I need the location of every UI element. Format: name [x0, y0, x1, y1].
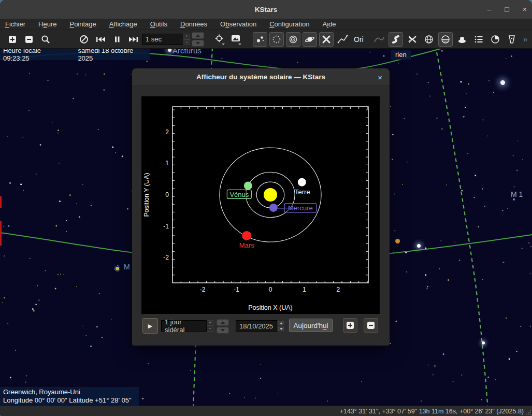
zoom-in-icon — [347, 322, 354, 329]
dialog-zoom-out-button[interactable] — [364, 318, 378, 333]
window-titlebar[interactable]: KStars – □ × — [0, 0, 532, 19]
solar-system-plot-panel[interactable]: -2-1012-2-1012Position X (UA)Position Y … — [141, 96, 380, 314]
body-Mercure — [269, 204, 278, 212]
label-Vénus: Vénus — [229, 191, 249, 198]
toggle-planets-button[interactable] — [303, 32, 317, 47]
menu-item-fichier[interactable]: Fichier — [5, 20, 25, 28]
toolbar-overflow[interactable]: » — [523, 35, 527, 44]
mini-plus-button[interactable]: + — [207, 320, 213, 326]
zoom-out-button[interactable] — [22, 32, 36, 47]
toggle-horizon-button[interactable] — [438, 32, 453, 47]
play-button[interactable]: ▶ — [142, 318, 158, 334]
menu-item-pointage[interactable]: Pointage — [69, 20, 96, 28]
svg-text:-1: -1 — [163, 223, 169, 230]
toggle-equatorial-grid-button[interactable] — [405, 32, 420, 47]
find-object-button[interactable] — [38, 32, 53, 47]
meridian-dashed-right — [437, 52, 488, 406]
menu-item-heure[interactable]: Heure — [38, 20, 56, 28]
pointing-button[interactable] — [212, 32, 227, 47]
resize-grip[interactable] — [526, 410, 531, 415]
menu-item-affichage[interactable]: Affichage — [109, 20, 137, 28]
mini-minus-button[interactable]: − — [207, 326, 213, 332]
mini-plus-button[interactable]: + — [183, 34, 190, 39]
horizontal-grid-icon — [424, 34, 434, 45]
svg-text:Ori: Ori — [354, 35, 364, 44]
menu-item-aide[interactable]: Aide — [323, 20, 336, 28]
toggle-ground-button[interactable] — [455, 32, 469, 47]
date-down-button[interactable] — [277, 326, 285, 332]
minimize-button[interactable]: – — [487, 6, 492, 13]
location-chip: Greenwich, Royaume-Uni Longitude 00° 00'… — [0, 387, 139, 406]
toggle-satellites-button[interactable] — [319, 32, 334, 47]
date-up-button[interactable] — [277, 320, 285, 326]
toggle-constellation-art-button[interactable] — [372, 32, 386, 47]
maximize-button[interactable]: □ — [505, 6, 509, 13]
whats-up-tonight-button[interactable] — [488, 32, 502, 47]
menu-item-observation[interactable]: Observation — [220, 20, 256, 28]
timestep-up-button[interactable] — [217, 319, 229, 326]
cluster-marker — [116, 267, 119, 270]
statusbar: +143° 31' 31", +33° 07' 59" 13h 11m 16s,… — [0, 406, 532, 416]
view-image-button[interactable] — [229, 32, 243, 47]
timestep-down-button[interactable] — [217, 327, 229, 334]
toggle-stars-button[interactable] — [253, 32, 267, 47]
toolbar-timestep-field[interactable]: 1 sec — [142, 34, 183, 45]
time-step-forward-button[interactable] — [126, 32, 141, 47]
date-field[interactable]: 18/10/2025 — [236, 320, 277, 332]
toggle-horizontal-grid-button[interactable] — [422, 32, 436, 47]
timestep-up-button[interactable] — [192, 32, 204, 39]
time-to-now-button[interactable] — [77, 32, 91, 47]
toggle-constellation-names-button[interactable]: Ori — [352, 32, 370, 47]
dialog-zoom-in-button[interactable] — [343, 318, 357, 333]
clock-pie-icon — [490, 34, 500, 45]
toggle-supernovae-button[interactable] — [286, 32, 300, 47]
down-arrow-icon — [280, 328, 283, 330]
step-forward-icon — [128, 34, 139, 45]
svg-text:1: 1 — [303, 286, 306, 293]
close-button[interactable]: × — [523, 6, 527, 13]
svg-text:2: 2 — [336, 286, 340, 293]
svg-text:0: 0 — [269, 286, 272, 293]
today-button[interactable]: Aujourd'hui — [289, 319, 333, 332]
location-coordinates: Longitude 00° 00' 00" Latitude +51° 28' … — [3, 396, 135, 405]
constellation-art-icon — [373, 34, 385, 45]
dialog-controls: ▶ 1 jour sidéral +− 18/10/2025 Aujourd'h… — [132, 317, 390, 338]
menu-item-données[interactable]: Données — [180, 20, 207, 28]
body-Vénus — [244, 181, 252, 190]
toggle-constellation-lines-button[interactable] — [336, 32, 350, 47]
kstars-screen: KStars – □ × FichierHeurePointageAfficha… — [0, 0, 532, 416]
toggle-milky-way-button[interactable] — [389, 32, 403, 47]
toggle-deep-sky-button[interactable] — [269, 32, 284, 47]
bright-star-se — [417, 244, 421, 248]
menu-item-configuration[interactable]: Configuration — [269, 20, 309, 28]
body-Soleil — [264, 188, 277, 202]
label-m: M — [124, 263, 130, 271]
statusbar-coordinates: +143° 31' 31", +33° 07' 59" 13h 11m 16s,… — [340, 408, 524, 415]
label-arcturus: Arcturus — [172, 49, 202, 55]
toggle-flags-button[interactable] — [471, 32, 486, 47]
date-spin — [277, 320, 285, 332]
equatorial-grid-icon — [407, 34, 418, 45]
zoom-in-button[interactable] — [5, 32, 20, 47]
timestep-down-button[interactable] — [192, 40, 204, 47]
time-step-back-button[interactable] — [93, 32, 108, 47]
dialog-timestep-field[interactable]: 1 jour sidéral — [161, 320, 207, 332]
constellation-names-icon: Ori — [353, 34, 369, 45]
window-title: KStars — [255, 6, 278, 13]
menu-item-outils[interactable]: Outils — [150, 20, 167, 28]
down-arrow-icon — [196, 42, 200, 45]
sky-map[interactable]: ArcturusM 1M Heure locale 09:23:25 samed… — [0, 49, 532, 406]
pause-button[interactable] — [110, 32, 124, 47]
solar-system-plot[interactable]: -2-1012-2-1012Position X (UA)Position Y … — [141, 96, 380, 314]
clock-now-icon — [79, 34, 89, 45]
saturn-icon — [304, 34, 315, 45]
arcturus-star — [168, 49, 171, 52]
dialog-titlebar[interactable]: Afficheur du système solaire — KStars × — [132, 68, 390, 86]
mini-minus-button[interactable]: − — [183, 39, 190, 45]
toolbar-timestep-mini-spin[interactable]: +− — [183, 34, 190, 45]
up-arrow-icon — [196, 34, 200, 37]
tools-icon — [321, 34, 332, 45]
dialog-close-button[interactable]: × — [378, 68, 382, 86]
fov-button[interactable] — [505, 32, 519, 47]
body-Terre — [298, 178, 306, 187]
